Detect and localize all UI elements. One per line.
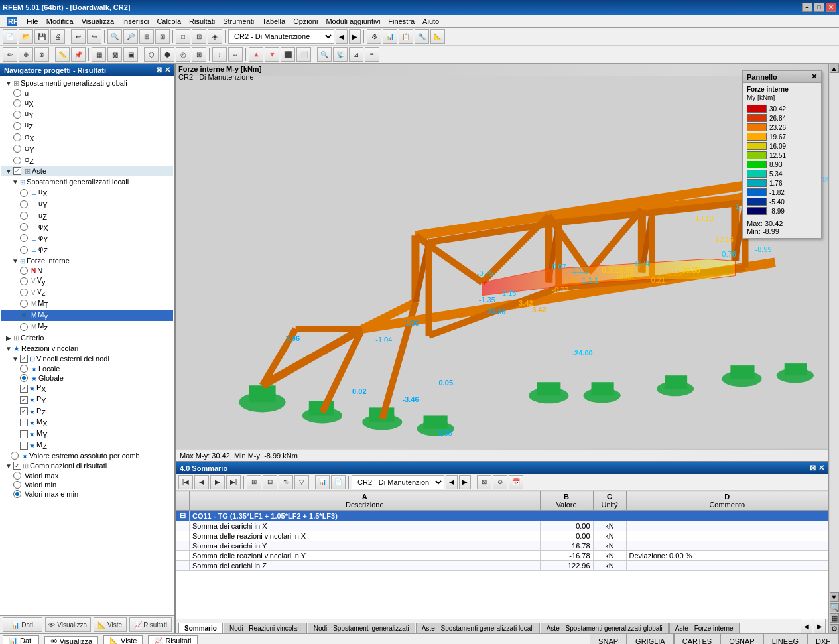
tree-item-valmin[interactable]: Valori min: [1, 480, 173, 489]
tree-item-spost-loc[interactable]: ▼ ⊞ Spostamenti generalizzati locali: [1, 176, 173, 187]
check-px[interactable]: ✓: [20, 385, 28, 393]
menu-risultati[interactable]: Risultati: [185, 16, 219, 27]
bt-next[interactable]: ▶: [210, 475, 225, 489]
tb2-9[interactable]: ⬡: [144, 47, 159, 62]
tb-redo[interactable]: ↪: [87, 29, 101, 44]
tb2-10[interactable]: ⬢: [160, 47, 174, 62]
right-scrollbar[interactable]: ▲ ▼ 🔍 ▦ ⚙: [828, 64, 839, 633]
status-viste[interactable]: 📐 Viste: [103, 635, 143, 644]
bt-collapse[interactable]: ⊟: [263, 475, 277, 489]
status-cartes[interactable]: CARTES: [674, 634, 720, 644]
tb-zoom-in[interactable]: 🔍: [107, 29, 122, 44]
toggle-spost-loc[interactable]: ▼: [11, 177, 20, 186]
tree-item-N[interactable]: N N: [1, 266, 173, 275]
close-btn[interactable]: ✕: [826, 3, 836, 12]
tb2-2[interactable]: ⊕: [19, 47, 33, 62]
tree-item-spost-gen[interactable]: ▼ ⊞ Spostamenti generalizzati globali: [1, 78, 173, 88]
tree-item-mz-react[interactable]: ★ MZ: [1, 440, 173, 451]
tb2-8[interactable]: ▣: [123, 47, 138, 62]
tb-open[interactable]: 📂: [19, 29, 33, 44]
tree-item-valore[interactable]: ★ Valore estremo assoluto per comb: [1, 451, 173, 460]
tb2-14[interactable]: ↔: [228, 47, 243, 62]
tree-item-py[interactable]: ✓ ★ PY: [1, 394, 173, 405]
check-mz-react[interactable]: [20, 442, 28, 450]
tree-item-px[interactable]: ✓ ★ PX: [1, 383, 173, 394]
tb2-16[interactable]: 🔻: [265, 47, 279, 62]
status-lineeg[interactable]: LINEEG: [763, 634, 807, 644]
tb2-1[interactable]: ✏: [3, 47, 17, 62]
status-griglia[interactable]: GRIGLIA: [627, 634, 674, 644]
bt-prev[interactable]: ◀: [194, 475, 209, 489]
menu-strumenti[interactable]: Strumenti: [219, 16, 258, 27]
status-dati[interactable]: 📊 Dati: [3, 635, 39, 644]
menu-moduli[interactable]: Moduli aggiuntivi: [322, 16, 384, 27]
scroll-up-btn[interactable]: ▲: [830, 64, 839, 73]
toggle-vincoli[interactable]: ▼: [11, 354, 20, 363]
tree-item-valmax[interactable]: Valori max: [1, 471, 173, 480]
tb-new[interactable]: 📄: [3, 29, 17, 44]
bt-first[interactable]: |◀: [178, 475, 193, 489]
check-pz[interactable]: ✓: [20, 407, 28, 415]
tab-nodi-reazioni[interactable]: Nodi - Reazioni vincolari: [224, 623, 307, 633]
bt-misc3[interactable]: 📅: [509, 475, 523, 489]
status-osnap[interactable]: OSNAP: [720, 634, 763, 644]
panel-btn-r3[interactable]: ⚙: [830, 624, 839, 633]
tab-sommario[interactable]: Sommario: [178, 623, 223, 633]
tb2-11[interactable]: ◎: [176, 47, 190, 62]
toggle-forze[interactable]: ▼: [11, 256, 20, 265]
nav-next[interactable]: ▶: [349, 29, 361, 44]
tb-btn2[interactable]: 📊: [383, 29, 397, 44]
tree-item-my-react[interactable]: ★ MY: [1, 428, 173, 440]
col-header-c[interactable]: CUnitÿ: [593, 491, 626, 511]
tb-zoom-sel[interactable]: ⊠: [155, 29, 170, 44]
menu-calcola[interactable]: Calcola: [153, 16, 185, 27]
check-vincoli[interactable]: ✓: [20, 355, 28, 363]
bt-last[interactable]: ▶|: [226, 475, 241, 489]
tree-item-phiy[interactable]: φY: [1, 143, 173, 155]
tree-item-My[interactable]: M My: [1, 310, 173, 321]
tb-btn4[interactable]: 🔧: [415, 29, 429, 44]
tree-item-u[interactable]: u: [1, 88, 173, 97]
tb-zoom-out[interactable]: 🔎: [123, 29, 138, 44]
tree-item-forze[interactable]: ▼ ⊞ Forze interne: [1, 255, 173, 266]
status-dxf[interactable]: DXF: [807, 634, 839, 644]
tree-item-loc-phix[interactable]: ⊥ φX: [1, 222, 173, 233]
tree-item-mx[interactable]: ★ MX: [1, 417, 173, 428]
toggle-spost-gen[interactable]: ▼: [4, 78, 13, 88]
menu-aiuto[interactable]: Aiuto: [419, 16, 443, 27]
panel-btn-dati[interactable]: 📊 Dati: [3, 617, 42, 632]
tb-save[interactable]: 💾: [34, 29, 49, 44]
panel-pin-btn[interactable]: ⊠: [156, 66, 162, 74]
tab-nodi-spost[interactable]: Nodi - Spostamenti generalizzati: [308, 623, 415, 633]
tb-undo[interactable]: ↩: [71, 29, 86, 44]
tb2-21[interactable]: ⊿: [349, 47, 363, 62]
tab-aste-spost-loc[interactable]: Aste - Spostamenti generalizzati locali: [416, 623, 540, 633]
tree-item-loc-uz[interactable]: ⊥ uZ: [1, 210, 173, 222]
bt-misc1[interactable]: ⊠: [477, 475, 491, 489]
panel-btn-r1[interactable]: 🔍: [830, 603, 839, 612]
panel-btn-risultati[interactable]: 📈 Risultati: [129, 617, 172, 632]
menu-visualizza[interactable]: Visualizza: [78, 16, 118, 27]
menu-file[interactable]: File: [23, 16, 42, 27]
menu-rfem[interactable]: RF: [3, 15, 23, 27]
menu-inserisci[interactable]: Inserisci: [118, 16, 153, 27]
bt-expand[interactable]: ⊞: [247, 475, 261, 489]
menu-finestra[interactable]: Finestra: [384, 16, 419, 27]
bottom-close-btn[interactable]: ✕: [818, 464, 824, 472]
bottom-pin-btn[interactable]: ⊠: [810, 464, 816, 472]
toggle-comb[interactable]: ▼: [4, 461, 13, 470]
col-header-b[interactable]: BValore: [540, 491, 593, 511]
bt-combo[interactable]: CR2 - Di Manutenzion: [352, 475, 444, 489]
check-aste[interactable]: ✓: [13, 167, 21, 175]
toggle-criterio[interactable]: ▶: [4, 333, 13, 342]
tb2-20[interactable]: 📡: [333, 47, 348, 62]
bt-filter[interactable]: ▽: [294, 475, 309, 489]
tree-item-uy[interactable]: uY: [1, 109, 173, 120]
tree-item-valmaxmin[interactable]: Valori max e min: [1, 489, 173, 499]
tree-item-loc-uy[interactable]: ⊥ uY: [1, 198, 173, 210]
maximize-btn[interactable]: □: [814, 3, 824, 12]
tb2-13[interactable]: ↕: [212, 47, 227, 62]
color-panel-close[interactable]: ✕: [811, 72, 817, 81]
check-my-react[interactable]: [20, 430, 28, 438]
tb-btn3[interactable]: 📋: [399, 29, 413, 44]
